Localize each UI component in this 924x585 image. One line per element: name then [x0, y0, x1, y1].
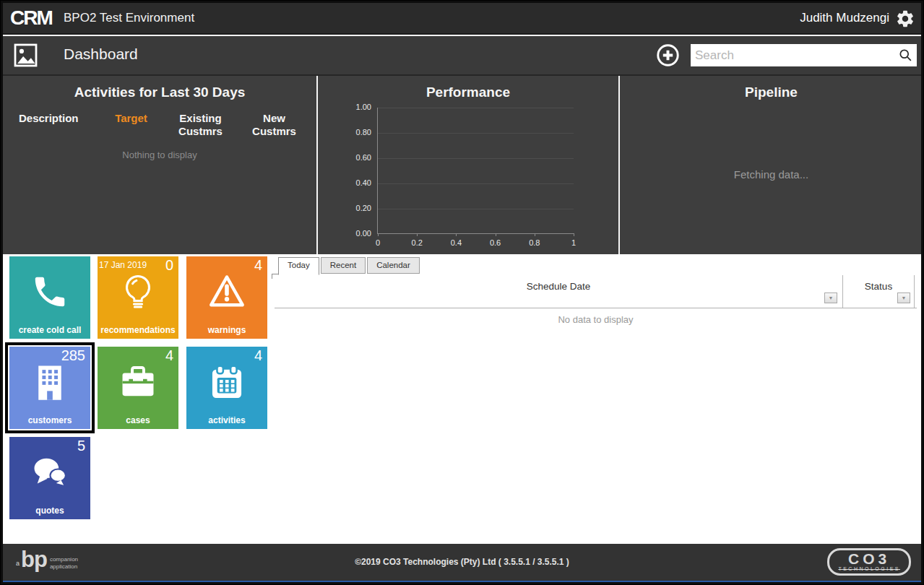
warning-triangle-icon — [207, 272, 247, 315]
activities-column-new-custmrs: New Custmrs — [240, 112, 308, 138]
x-axis-tick-label: 0.8 — [529, 238, 540, 247]
tab-page-border-stub — [272, 274, 278, 279]
app-window: CRM BPO2 Test Environment Judith Mudzeng… — [0, 0, 924, 585]
co3-technologies-logo: CO3 TECHNOLOGIES — [827, 548, 911, 576]
phone-icon — [30, 272, 69, 314]
x-axis-tick — [496, 233, 496, 236]
y-axis-tick-label: 1.00 — [341, 103, 371, 111]
tile-count: 0 — [165, 257, 173, 274]
briefcase-icon — [118, 362, 158, 405]
activities-column-existing-custmrs: Existing Custmrs — [166, 112, 235, 138]
add-button[interactable] — [655, 43, 681, 68]
crm-logo: CRM — [10, 6, 52, 30]
gear-icon — [895, 19, 915, 31]
tile-count: 285 — [61, 347, 85, 364]
dropdown-arrow-icon: ▼ — [902, 295, 907, 300]
activities-panel-title: Activities for Last 30 Days — [3, 84, 316, 100]
window-bottom-accent — [3, 581, 921, 582]
tile-count: 4 — [254, 347, 262, 364]
status-filter-button[interactable]: ▼ — [897, 292, 910, 303]
footer: a bp companion application ©2019 CO3 Tec… — [3, 544, 921, 581]
copyright-text: ©2019 CO3 Technologies (Pty) Ltd ( 3.5.5… — [3, 544, 921, 581]
x-axis-tick — [378, 233, 379, 236]
performance-panel: Performance 1.00 0.80 0.60 0.40 0.20 0.0… — [318, 76, 618, 254]
tile-label: activities — [186, 415, 267, 425]
tile-activities[interactable]: 4 activities — [186, 347, 267, 429]
tile-recommendations[interactable]: 17 Jan 2019 0 recommendations — [98, 256, 178, 339]
tab-calendar[interactable]: Calendar — [367, 257, 420, 274]
building-icon — [32, 363, 68, 404]
column-separator — [842, 275, 843, 308]
schedule-date-filter-button[interactable]: ▼ — [824, 292, 837, 303]
y-axis-tick-label: 0.40 — [341, 178, 371, 187]
dropdown-arrow-icon: ▼ — [829, 295, 834, 300]
pipeline-panel-title: Pipeline — [620, 84, 921, 100]
tab-recent[interactable]: Recent — [321, 257, 366, 274]
y-axis-tick-label: 0.00 — [341, 229, 371, 238]
settings-button[interactable] — [895, 9, 915, 29]
page-title: Dashboard — [64, 46, 138, 63]
activities-column-description: Description — [19, 112, 79, 125]
tile-label: quotes — [9, 506, 90, 516]
app-surface: CRM BPO2 Test Environment Judith Mudzeng… — [3, 3, 921, 582]
x-axis-tick-label: 0 — [376, 238, 380, 247]
tile-create-cold-call[interactable]: create cold call — [9, 256, 90, 339]
activities-empty-text: Nothing to display — [3, 150, 316, 160]
dashboard-picture-icon — [12, 42, 39, 72]
pipeline-panel: Pipeline Fetching data... — [620, 76, 921, 254]
calendar-icon — [207, 362, 247, 405]
performance-panel-title: Performance — [318, 84, 618, 100]
tile-count: 5 — [77, 438, 85, 454]
x-axis-tick-label: 1 — [571, 238, 576, 247]
gridline — [378, 183, 574, 184]
x-axis-tick-label: 0.2 — [412, 238, 423, 247]
tile-count: 4 — [254, 257, 262, 274]
grid-empty-text: No data to display — [275, 314, 917, 325]
tile-label: customers — [9, 415, 90, 425]
tile-label: create cold call — [9, 325, 90, 335]
user-name[interactable]: Judith Mudzengi — [800, 11, 889, 25]
plus-circle-icon — [655, 58, 681, 70]
lightbulb-icon — [118, 272, 158, 315]
tab-today[interactable]: Today — [278, 257, 319, 275]
column-header-status[interactable]: Status — [843, 281, 914, 292]
gridline — [378, 209, 574, 209]
tile-label: cases — [98, 415, 178, 425]
y-axis-tick-label: 0.80 — [341, 128, 371, 136]
x-axis-tick — [574, 233, 574, 236]
y-axis-tick-label: 0.20 — [341, 204, 371, 212]
pipeline-loading-text: Fetching data... — [620, 168, 921, 181]
x-axis-tick — [456, 233, 457, 236]
chat-bubbles-icon — [30, 452, 70, 495]
gridline — [378, 108, 574, 108]
performance-chart: 1.00 0.80 0.60 0.40 0.20 0.00 0 0.2 0.4 … — [377, 108, 574, 234]
search-icon[interactable] — [898, 48, 913, 66]
activities-panel: Activities for Last 30 Days Description … — [3, 76, 316, 254]
schedule-tab-strip: Today Recent Calendar — [278, 257, 420, 275]
tile-label: recommendations — [98, 325, 178, 335]
x-axis-tick-label: 0.4 — [451, 238, 462, 247]
tile-warnings[interactable]: 4 warnings — [186, 256, 267, 339]
search-box — [691, 44, 917, 66]
activities-column-target: Target — [104, 112, 158, 125]
tile-customers[interactable]: 285 customers — [9, 347, 90, 429]
x-axis-tick — [535, 233, 535, 236]
gridline — [378, 133, 574, 134]
tile-label: warnings — [186, 325, 267, 335]
environment-title: BPO2 Test Environment — [64, 11, 194, 25]
column-header-schedule-date[interactable]: Schedule Date — [275, 281, 842, 292]
tile-count: 4 — [165, 347, 173, 364]
tile-cases[interactable]: 4 cases — [98, 347, 178, 429]
tile-date: 17 Jan 2019 — [99, 260, 147, 270]
search-input[interactable] — [691, 44, 895, 66]
y-axis-tick-label: 0.60 — [341, 153, 371, 162]
x-axis-tick — [417, 233, 418, 236]
column-separator — [914, 275, 915, 308]
gridline — [378, 158, 574, 159]
header-bar: Dashboard — [3, 36, 921, 76]
tile-quotes[interactable]: 5 quotes — [9, 437, 90, 519]
x-axis-tick-label: 0.6 — [490, 238, 501, 247]
top-bar: CRM BPO2 Test Environment Judith Mudzeng… — [3, 3, 921, 35]
dashboard-panels: Activities for Last 30 Days Description … — [3, 76, 921, 254]
grid-header-underline — [275, 308, 917, 308]
